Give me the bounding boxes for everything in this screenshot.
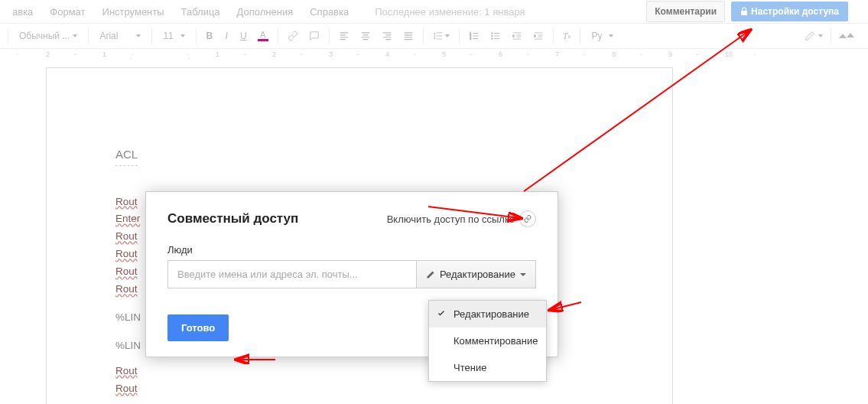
align-center-button[interactable] [356,28,375,44]
svg-text:3: 3 [470,37,471,41]
caret-down-icon [136,34,141,37]
permission-option-edit[interactable]: Редактирование [429,301,546,327]
input-language-dropdown[interactable]: Ру [585,28,619,44]
caret-down-icon [818,34,823,37]
text-color-button[interactable]: A [253,28,273,44]
people-input[interactable] [167,260,417,288]
menu-help[interactable]: Справка [304,3,355,21]
chevron-up-icon [847,33,854,37]
comments-button[interactable]: Комментарии [646,1,725,22]
font-dropdown[interactable]: Arial [93,28,147,44]
share-caret-icon[interactable] [856,10,862,13]
caret-down-icon [180,34,185,37]
people-label: Люди [167,244,536,256]
bold-button[interactable]: B [201,28,217,44]
collapse-toolbar-button[interactable] [834,28,859,44]
check-icon [437,308,446,318]
doc-heading: ACL [115,145,138,166]
clear-formatting-button[interactable]: Tx [558,28,576,44]
link-icon [519,210,536,227]
svg-point-3 [491,33,493,34]
toolbar: Обычный ... Arial 11 B I U A 123 Tx Ру [0,23,868,49]
insert-comment-button[interactable] [304,28,324,44]
align-right-button[interactable] [377,28,397,44]
underline-button[interactable]: U [236,28,252,44]
share-dialog-title: Совместный доступ [167,211,298,226]
italic-button[interactable]: I [219,28,234,44]
last-change-label: Последнее изменение: 1 января [375,6,525,18]
align-left-button[interactable] [334,28,354,44]
doc-line: Rout [115,380,603,398]
font-size-dropdown[interactable]: 11 [157,28,191,44]
menubar: авка Формат Инструменты Таблица Дополнен… [0,0,868,23]
permission-option-read[interactable]: Чтение [429,354,546,381]
menu-tools[interactable]: Инструменты [96,3,171,21]
caret-down-icon [609,34,613,37]
paragraph-style-dropdown[interactable]: Обычный ... [13,28,83,44]
pencil-icon [426,270,435,279]
menu-table[interactable]: Таблица [175,3,226,21]
permission-option-comment[interactable]: Комментирование [429,327,546,354]
permission-dropdown-button[interactable]: Редактирование [417,260,536,288]
menu-format[interactable]: Формат [44,3,91,21]
decrease-indent-button[interactable] [507,28,527,44]
editing-mode-button[interactable] [800,28,827,44]
increase-indent-button[interactable] [528,28,548,44]
numbered-list-button[interactable]: 123 [464,28,484,44]
done-button[interactable]: Готово [167,314,229,341]
enable-link-sharing-button[interactable]: Включить доступ по ссылке [387,210,536,227]
caret-down-icon [73,34,77,37]
share-settings-button[interactable]: Настройки доступа [731,2,848,21]
insert-link-button[interactable] [283,28,303,44]
menu-insert-partial[interactable]: авка [6,3,39,21]
share-button-label: Настройки доступа [751,6,839,17]
align-justify-button[interactable] [398,28,418,44]
svg-point-4 [491,35,493,37]
permission-menu: Редактирование Комментирование Чтение [428,300,547,382]
menu-addons[interactable]: Дополнения [231,3,300,21]
bulleted-list-button[interactable] [486,28,506,44]
caret-down-icon [445,34,450,37]
caret-down-icon [520,273,526,276]
svg-point-5 [491,38,493,40]
chevron-up-icon [839,34,847,38]
line-spacing-button[interactable] [428,28,454,44]
lock-icon [740,7,748,16]
ruler: 2 1 1 2 3 4 5 6 7 8 9 10 [0,49,868,60]
